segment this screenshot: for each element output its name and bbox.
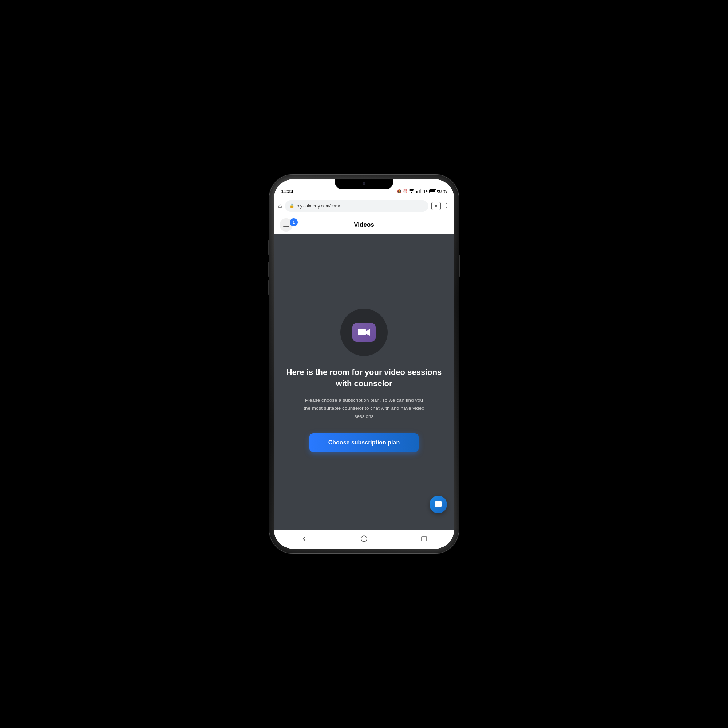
recents-button[interactable] [417, 531, 431, 546]
url-bar[interactable]: 🔒 my.calmerry.com/comr [285, 200, 428, 212]
status-icons: 🔕 ⏰ [397, 188, 447, 194]
home-button[interactable] [357, 531, 371, 546]
network-type: H+ [423, 189, 428, 193]
bottom-nav [274, 530, 454, 549]
signal-strength [416, 188, 421, 194]
phone-inner: 11:23 🔕 ⏰ [274, 179, 454, 549]
svg-rect-8 [422, 537, 427, 541]
video-icon-circle [340, 309, 388, 356]
menu-line-2 [283, 225, 289, 225]
svg-rect-3 [419, 190, 420, 193]
chat-fab-button[interactable] [430, 496, 447, 513]
main-heading: Here is the room for your video sessions… [284, 367, 444, 390]
wifi-icon [409, 188, 414, 194]
svg-point-0 [411, 192, 412, 193]
app-header: 1 Videos [274, 216, 454, 234]
alarm-icon: ⏰ [403, 189, 407, 193]
svg-rect-2 [417, 191, 418, 193]
svg-rect-5 [358, 329, 366, 335]
svg-rect-1 [416, 191, 417, 193]
svg-point-7 [361, 536, 367, 541]
notch [335, 179, 393, 189]
front-camera [362, 182, 366, 185]
main-subtext: Please choose a subscription plan, so we… [302, 396, 426, 420]
main-content: Here is the room for your video sessions… [274, 234, 454, 530]
chat-icon [434, 500, 443, 509]
menu-line-1 [283, 223, 289, 223]
video-camera-icon [358, 327, 370, 337]
video-icon-box [352, 323, 376, 342]
browser-menu-button[interactable]: ⋮ [444, 202, 450, 209]
menu-line-3 [283, 226, 289, 227]
browser-tabs-button[interactable]: 8 [431, 202, 441, 210]
notification-badge[interactable]: 1 [290, 219, 298, 226]
home-icon[interactable]: ⌂ [278, 202, 282, 210]
lock-icon: 🔒 [289, 203, 294, 208]
status-time: 11:23 [281, 188, 293, 194]
choose-subscription-button[interactable]: Choose subscription plan [309, 433, 419, 452]
svg-rect-4 [420, 188, 421, 193]
back-button[interactable] [297, 531, 311, 546]
url-text: my.calmerry.com/comr [297, 203, 340, 209]
browser-bar[interactable]: ⌂ 🔒 my.calmerry.com/comr 8 ⋮ [274, 197, 454, 216]
mute-icon: 🔕 [397, 189, 401, 193]
battery-percent: 97 % [438, 189, 447, 193]
page-title: Videos [354, 221, 374, 229]
phone-screen: 11:23 🔕 ⏰ [274, 179, 454, 549]
phone-frame: 11:23 🔕 ⏰ [269, 175, 459, 553]
battery-icon [429, 189, 436, 193]
